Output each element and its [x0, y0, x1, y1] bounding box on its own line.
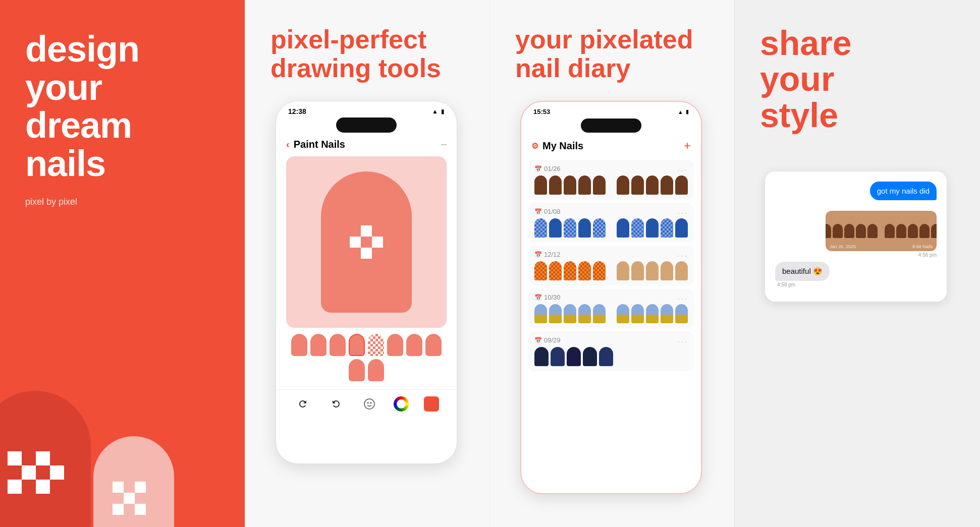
emoji-button[interactable] [360, 395, 378, 413]
color-picker-button[interactable] [394, 396, 409, 412]
nail-image-msg: Jan 26, 2025 8-bit Nails [826, 211, 937, 251]
msg-nail-9 [919, 224, 930, 238]
nail-swatch [646, 304, 659, 323]
phone-header-3: ⚙ My Nails + [521, 133, 701, 157]
message-row-2: Jan 26, 2025 8-bit Nails 4:56 pm [775, 211, 937, 258]
nail-swatch [646, 175, 659, 195]
svg-point-1 [367, 402, 369, 404]
entry-more-2[interactable]: ··· [677, 208, 688, 218]
sent-bubble: got my nails did [870, 182, 937, 200]
nail-swatch [593, 261, 606, 280]
mini-nail-4[interactable] [349, 334, 365, 356]
image-date-label: Jan 26, 2025 [830, 244, 856, 249]
nail-swatch [646, 218, 659, 238]
msg-nail-2 [833, 224, 843, 238]
entry-more-5[interactable]: ··· [677, 336, 688, 347]
heading-line1: share [760, 24, 851, 62]
entry-more-4[interactable]: ··· [677, 294, 688, 304]
msg-nail-10 [931, 224, 937, 238]
nail-swatch [567, 347, 581, 366]
deco-nail-small [93, 436, 174, 527]
panel-1-heading: design your dream nails [25, 30, 139, 183]
panel-4: share your style got my nails did 4:56 p… [734, 0, 980, 527]
entry-more-3[interactable]: ··· [677, 251, 688, 261]
heading-line3: dream [25, 105, 132, 145]
status-time-3: 15:53 [533, 108, 550, 115]
nail-swatch [661, 218, 673, 238]
msg-nail-7 [896, 224, 906, 238]
diary-date-5: 📅 09/29 [534, 336, 561, 344]
mini-nail-7[interactable] [406, 334, 422, 356]
undo-button[interactable] [294, 395, 312, 413]
msg-time-1: 4:56 pm [870, 201, 937, 207]
nail-swatch [583, 347, 597, 366]
heading-line1: pixel-perfect [270, 25, 426, 54]
msg-nail-row [826, 222, 937, 240]
diary-title: My Nails [542, 140, 583, 152]
mini-nail-9[interactable] [349, 359, 365, 381]
received-bubble: beautiful 😍 [775, 262, 830, 281]
calendar-icon-1: 📅 [534, 165, 542, 172]
heading-line4: nails [25, 143, 105, 184]
diary-entry-4[interactable]: 📅 10/30 ··· [528, 288, 694, 328]
nail-swatch [646, 261, 659, 280]
panel-4-heading: share your style [760, 25, 851, 133]
mini-nail-3[interactable] [330, 334, 346, 356]
panel-3: your pixelated nail diary 15:53 ▲ ▮ ⚙ My… [489, 0, 734, 527]
nail-swatch [631, 261, 644, 280]
msg-nail-6 [885, 224, 895, 238]
mini-nail-2[interactable] [310, 334, 326, 356]
diary-nails-row-5 [534, 347, 688, 366]
mini-nail-5[interactable] [368, 334, 384, 356]
nail-swatch [593, 218, 606, 238]
gear-icon[interactable]: ⚙ [531, 141, 538, 151]
redo-button[interactable] [327, 395, 345, 413]
nail-swatch [631, 304, 644, 323]
nail-swatch [534, 304, 547, 323]
pixel-cross-pattern [350, 225, 383, 259]
nail-swatch [549, 175, 562, 195]
battery-icon-3: ▮ [686, 108, 689, 115]
diary-entry-3[interactable]: 📅 12/12 ··· [528, 246, 694, 285]
mini-nail-10[interactable] [368, 359, 384, 381]
calendar-icon-2: 📅 [534, 208, 542, 215]
panel-3-heading: your pixelated nail diary [515, 25, 693, 83]
status-icons-3: ▲ ▮ [678, 108, 689, 115]
nail-swatch [661, 261, 673, 280]
toolbar-2 [276, 389, 457, 418]
mini-nail-1[interactable] [291, 334, 307, 356]
add-entry-button[interactable]: + [684, 139, 691, 153]
diary-entry-2[interactable]: 📅 01/08 ··· [528, 203, 694, 243]
msg-time-2: 4:56 pm [826, 252, 937, 258]
more-options: ··· [441, 141, 447, 148]
msg-nail-5 [867, 224, 878, 238]
msg-nail-8 [908, 224, 918, 238]
screen-title-2: Paint Nails [294, 139, 345, 150]
check-pattern [8, 451, 63, 497]
check-pattern-small [113, 482, 146, 515]
diary-nails-row-2 [534, 218, 688, 238]
nail-swatch [617, 261, 629, 280]
nail-swatch [661, 304, 673, 323]
diary-entry-5[interactable]: 📅 09/29 ··· [528, 331, 694, 371]
diary-entry-1[interactable]: 📅 01/26 ··· [528, 160, 694, 200]
nail-swatch [534, 218, 547, 238]
nail-swatch [578, 218, 591, 238]
heading-line2: your [760, 60, 834, 98]
color-swatch-button[interactable] [424, 396, 439, 412]
nail-swatch [534, 261, 547, 280]
msg-nail-1 [826, 224, 831, 238]
entry-more-1[interactable]: ··· [677, 165, 688, 175]
status-time-2: 12:38 [288, 107, 306, 115]
mini-nail-6[interactable] [387, 334, 403, 356]
diary-date-2: 📅 01/08 [534, 208, 561, 215]
mini-nail-8[interactable] [425, 334, 442, 356]
panel-2: pixel-perfect drawing tools 12:38 ▲ ▮ ‹ … [245, 0, 489, 527]
nail-swatch [617, 175, 629, 195]
paint-canvas[interactable] [286, 156, 447, 328]
nail-swatch [578, 304, 591, 323]
wifi-icon-3: ▲ [678, 109, 683, 115]
back-arrow[interactable]: ‹ [286, 139, 290, 150]
nail-swatch [551, 347, 565, 366]
phone-notch-3 [581, 119, 641, 133]
